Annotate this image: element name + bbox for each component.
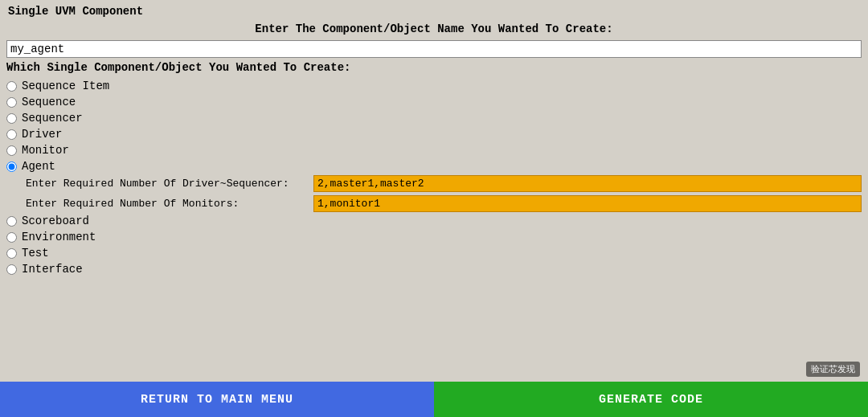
radio-sequence[interactable] [6, 97, 17, 108]
agent-sub-fields: Enter Required Number Of Driver~Sequence… [26, 175, 862, 212]
main-window: Single UVM Component Enter The Component… [0, 0, 868, 417]
return-to-main-menu-button[interactable]: RETURN TO MAIN MENU [0, 382, 434, 417]
component-name-input[interactable] [6, 40, 862, 58]
radio-item-interface[interactable]: Interface [6, 262, 862, 276]
footer: RETURN TO MAIN MENU GENERATE CODE [0, 382, 868, 417]
monitors-row: Enter Required Number Of Monitors: [26, 195, 862, 212]
content-area: Enter The Component/Object Name You Want… [0, 22, 868, 382]
driver-sequencer-label: Enter Required Number Of Driver~Sequence… [26, 178, 307, 190]
driver-sequencer-row: Enter Required Number Of Driver~Sequence… [26, 175, 862, 192]
radio-label-agent: Agent [22, 160, 55, 173]
radio-test[interactable] [6, 248, 17, 259]
radio-label-environment: Environment [22, 231, 96, 243]
radio-item-monitor[interactable]: Monitor [6, 143, 862, 157]
radio-item-driver[interactable]: Driver [6, 127, 862, 141]
radio-interface[interactable] [6, 264, 17, 275]
radio-agent[interactable] [6, 161, 17, 172]
monitors-input[interactable] [313, 195, 862, 212]
radio-label-sequence-item: Sequence Item [22, 80, 109, 92]
radio-label-driver: Driver [22, 128, 62, 141]
driver-sequencer-input[interactable] [313, 175, 862, 192]
radio-monitor[interactable] [6, 145, 17, 156]
radio-label-test: Test [22, 247, 49, 260]
radio-sequencer[interactable] [6, 113, 17, 124]
radio-item-agent[interactable]: Agent [6, 159, 862, 174]
radio-label-interface: Interface [22, 263, 83, 276]
radio-environment[interactable] [6, 232, 17, 243]
section-label: Which Single Component/Object You Wanted… [6, 61, 862, 74]
radio-item-sequence[interactable]: Sequence [6, 95, 862, 109]
radio-item-sequence-item[interactable]: Sequence Item [6, 79, 862, 93]
radio-item-sequencer[interactable]: Sequencer [6, 111, 862, 125]
watermark: 验证芯发现 [806, 362, 860, 377]
title-bar: Single UVM Component [0, 0, 868, 22]
monitors-label: Enter Required Number Of Monitors: [26, 198, 307, 210]
window-title: Single UVM Component [8, 5, 143, 18]
radio-label-sequencer: Sequencer [22, 112, 83, 125]
generate-code-button[interactable]: GENERATE CODE [434, 382, 868, 417]
radio-label-monitor: Monitor [22, 144, 69, 157]
radio-driver[interactable] [6, 129, 17, 140]
radio-label-scoreboard: Scoreboard [22, 215, 89, 227]
radio-item-environment[interactable]: Environment [6, 230, 862, 244]
radio-label-sequence: Sequence [22, 96, 76, 108]
radio-item-test[interactable]: Test [6, 246, 862, 260]
subtitle: Enter The Component/Object Name You Want… [6, 22, 862, 35]
component-type-radio-group: Sequence Item Sequence Sequencer Driver … [6, 79, 862, 276]
radio-item-scoreboard[interactable]: Scoreboard [6, 214, 862, 228]
radio-scoreboard[interactable] [6, 216, 17, 227]
radio-sequence-item[interactable] [6, 81, 17, 92]
